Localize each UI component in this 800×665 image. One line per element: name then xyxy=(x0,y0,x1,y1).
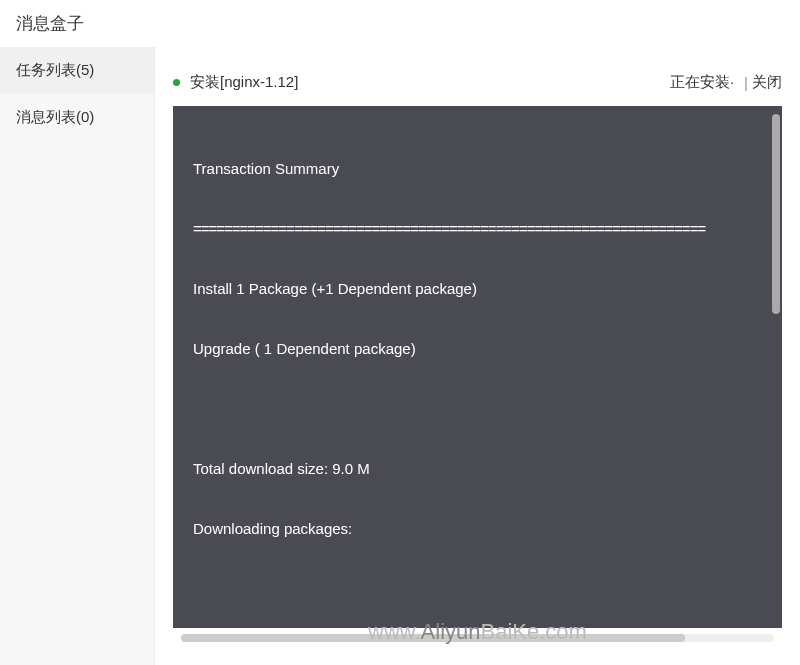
close-button[interactable]: 关闭 xyxy=(752,73,782,92)
console-line: Upgrade ( 1 Dependent package) xyxy=(193,334,762,364)
sidebar: 任务列表(5) 消息列表(0) xyxy=(0,47,155,665)
console-line: Transaction Summary xyxy=(193,154,762,184)
active-task: 安装[nginx-1.12] 正在安装· | 关闭 Transaction Su… xyxy=(173,63,782,642)
main-panel: 安装[nginx-1.12] 正在安装· | 关闭 Transaction Su… xyxy=(155,47,800,665)
bullet-icon xyxy=(173,79,180,86)
scrollbar-thumb[interactable] xyxy=(772,114,780,314)
console-wrap: Transaction Summary ====================… xyxy=(173,106,782,642)
sidebar-item-messages[interactable]: 消息列表(0) xyxy=(0,94,154,141)
scrollbar-horizontal[interactable] xyxy=(181,634,774,642)
task-title: 安装[nginx-1.12] xyxy=(190,73,670,92)
console-separator: ========================================… xyxy=(193,214,762,244)
scrollbar-vertical[interactable] xyxy=(772,114,780,634)
page-title: 消息盒子 xyxy=(0,0,800,47)
console-line: Total download size: 9.0 M xyxy=(193,454,762,484)
sidebar-item-tasks[interactable]: 任务列表(5) xyxy=(0,47,154,94)
scrollbar-thumb[interactable] xyxy=(181,634,685,642)
console-line: Install 1 Package (+1 Dependent package) xyxy=(193,274,762,304)
task-header: 安装[nginx-1.12] 正在安装· | 关闭 xyxy=(173,63,782,102)
console-line: Downloading packages: xyxy=(193,514,762,544)
divider: | xyxy=(744,74,748,91)
console-output: Transaction Summary ====================… xyxy=(173,106,782,628)
task-row: 安装[mysql-5.5] 等待 | 删除 xyxy=(173,652,782,665)
task-status: 正在安装· xyxy=(670,73,734,92)
